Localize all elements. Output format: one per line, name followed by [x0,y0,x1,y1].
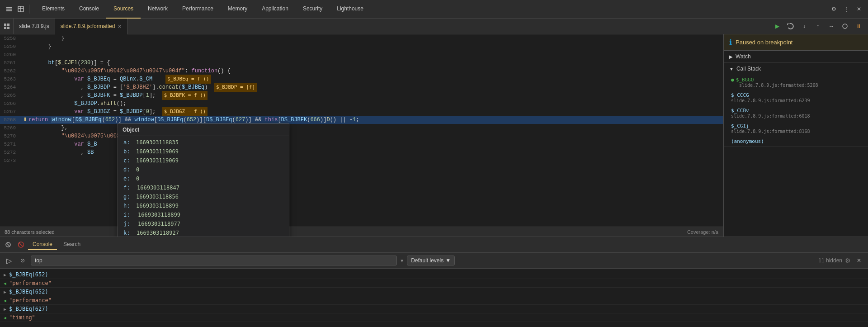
step-out-button[interactable]: ↑ [812,20,824,32]
file-loc-1: slide.7.8.9.js:formatted:6239 [731,98,861,103]
file-tree-toggle[interactable] [0,19,14,34]
step-over-button[interactable] [785,20,797,32]
more-options-icon[interactable]: ⋮ [841,4,852,14]
code-line-5258: 5258 } [0,34,723,43]
code-lines: 5258 } 5259 } 5260 5261 bt[$_CJEl(230)] … [0,34,723,227]
return-arrow-3: ◀ [4,298,6,303]
default-levels-label: Default levels [411,257,443,264]
code-line-5269: 5269 }, [0,124,723,132]
svg-point-10 [843,24,847,28]
code-line-5267: 5267 var $_BJBGZ = $_BJBDP[0]; $_BJBGZ =… [0,108,723,116]
top-toolbar: Elements Console Sources Network Perform… [0,0,868,19]
popup-row-g: g: 1669303118856 [118,192,289,201]
popup-header: Object [118,124,289,136]
callstack-triangle-icon: ▼ [729,66,734,71]
popup-row-j: j: 1669303118977 [118,219,289,228]
inline-annotation-5267: $_BJBGZ = f () [162,107,208,116]
file-loc-2: slide.7.8.9.js:formatted:6018 [731,114,861,118]
return-arrow-1: ◀ [4,281,6,286]
fn-name-1: $_CCCG [731,92,749,98]
console-row-0: ▶ $_BJBEq(652) [0,270,868,279]
callstack-item-0[interactable]: ●$_BGGO slide.7.8.9.js:formatted:5268 [724,75,868,90]
console-run-icon[interactable]: ▷ [4,255,14,266]
console-no-filter-icon[interactable]: 🚫 [15,239,26,250]
callstack-item-2[interactable]: $_CCBv slide.7.8.9.js:formatted:6018 [724,105,868,121]
code-line-5272: 5272 , $B [0,148,723,156]
code-status-bar: 88 characters selected Coverage: n/a [0,227,723,237]
code-line-5264: 5264 , $_BJBDP = ['$_BJBHZ'].concat($_BJ… [0,83,723,91]
console-row-4: ▶ $_BJBEq(627) [0,305,868,313]
console-str-1: "performance" [9,280,52,286]
default-levels-button[interactable]: Default levels ▼ [407,256,455,265]
console-block-icon[interactable]: ⊘ [17,255,28,266]
return-arrow-5: ◀ [4,315,6,320]
popup-body[interactable]: a: 1669303118835 b: 1669303119069 c: 166… [118,136,289,237]
resume-button[interactable]: ▶ [771,20,783,32]
source-tab-formatted[interactable]: slide.7.8.9.js:formatted × [55,19,127,34]
tab-network[interactable]: Network [141,0,175,19]
popup-row-c: c: 1669303119069 [118,156,289,165]
popup-row-a: a: 1669303118835 [118,138,289,147]
tab-sources[interactable]: Sources [106,0,141,19]
divider [29,5,29,14]
code-line-5261: 5261 bt[$_CJEl(230)] = { [0,59,723,67]
code-editor[interactable]: 5258 } 5259 } 5260 5261 bt[$_CJEl(230)] … [0,34,723,227]
console-settings-icon[interactable]: ⚙ [845,257,851,264]
call-stack-header[interactable]: ▼ Call Stack [724,63,868,75]
tab-performance[interactable]: Performance [175,0,221,19]
debug-controls: ▶ ↓ ↑ ↔ ⏸ [771,20,868,32]
tab-memory[interactable]: Memory [221,0,255,19]
paused-banner: ℹ Paused on breakpoint [724,34,868,51]
console-output: ▶ $_BJBEq(652) ◀ "performance" ▶ $_BJBEq… [0,269,868,327]
source-tab-js-label: slide.7.8.9.js [19,23,49,29]
tab-lighthouse[interactable]: Lighthouse [330,0,371,19]
console-str-3: "performance" [9,297,52,303]
source-tab-js[interactable]: slide.7.8.9.js [14,19,55,34]
call-stack-section: ▼ Call Stack ●$_BGGO slide.7.8.9.js:form… [724,63,868,147]
close-devtools-icon[interactable]: ✕ [854,4,864,14]
console-context-input[interactable] [31,256,397,265]
pause-button[interactable]: ⏸ [853,20,864,32]
tab-application[interactable]: Application [255,0,296,19]
code-line-5271: 5271 var $_B [0,140,723,148]
expand-arrow-4[interactable]: ▶ [4,307,6,312]
tab-security[interactable]: Security [296,0,330,19]
popup-row-e: e: 0 [118,174,289,183]
devtools-menu-icon[interactable] [4,4,14,14]
svg-rect-0 [6,7,12,8]
inline-annotation-5265: $_BJBFK = f () [162,91,208,100]
bottom-area: 🚫 Console Search ▷ ⊘ ▼ Default levels ▼ … [0,237,868,327]
active-indicator: ● [731,77,734,83]
svg-rect-3 [18,6,24,12]
source-tabs-bar: slide.7.8.9.js slide.7.8.9.js:formatted … [0,19,868,34]
tab-elements[interactable]: Elements [35,0,72,19]
code-line-5259: 5259 } [0,43,723,51]
step-button[interactable]: ↔ [826,20,837,32]
expand-arrow-0[interactable]: ▶ [4,272,6,277]
close-console-icon[interactable]: ✕ [854,255,864,266]
step-into-button[interactable]: ↓ [798,20,810,32]
callstack-item-3[interactable]: $_CGIj slide.7.8.9.js:formatted:8168 [724,121,868,136]
console-row-1: ◀ "performance" [0,279,868,288]
inspect-icon[interactable] [15,4,26,14]
source-tab-close[interactable]: × [118,23,121,29]
main-area: 5258 } 5259 } 5260 5261 bt[$_CJEl(230)] … [0,34,868,237]
callstack-item-4[interactable]: (anonymous) [724,136,868,147]
tab-console[interactable]: Console [72,0,106,19]
fn-name-3: $_CGIj [731,123,749,129]
console-row-5: ◀ "timing" [0,313,868,322]
console-filter-bar: ▷ ⊘ ▼ Default levels ▼ 11 hidden ⚙ ✕ [0,253,868,269]
code-line-5263: 5263 var $_BJBEq = QBLnx.$_CM $_BJBEq = … [0,75,723,83]
console-clear-icon[interactable] [3,239,14,250]
search-tab[interactable]: Search [59,239,85,250]
watch-header[interactable]: ▶ Watch [724,51,868,62]
right-panel: ℹ Paused on breakpoint ▶ Watch ▼ Call St… [723,34,868,237]
info-icon: ℹ [729,38,732,47]
expand-arrow-2[interactable]: ▶ [4,289,6,294]
settings-icon[interactable]: ⚙ [828,4,839,14]
console-tab[interactable]: Console [28,239,57,250]
fn-name-0: $_BGGO [736,77,754,83]
callstack-item-1[interactable]: $_CCCG slide.7.8.9.js:formatted:6239 [724,90,868,105]
deactivate-breakpoints-button[interactable] [839,20,851,32]
popup-row-i: i: 1669303118899 [118,210,289,219]
